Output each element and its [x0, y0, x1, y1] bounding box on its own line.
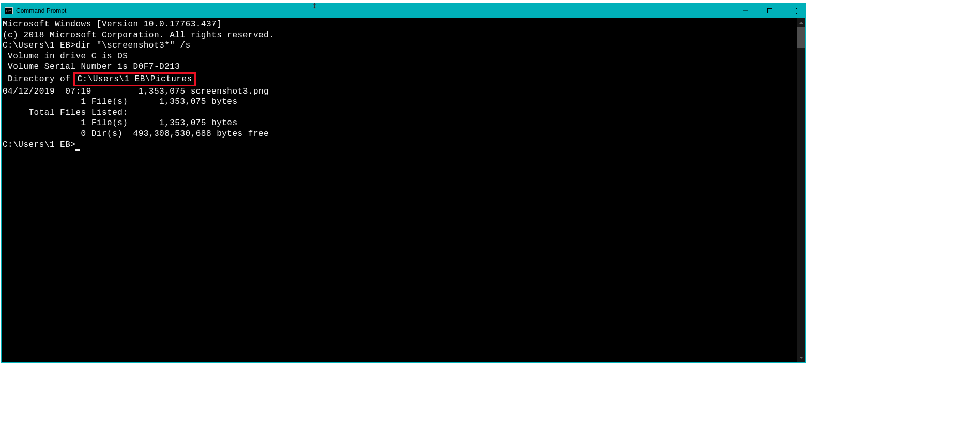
- scrollbar-track[interactable]: [797, 27, 805, 353]
- svg-rect-1: [768, 9, 772, 13]
- terminal-output[interactable]: Microsoft Windows [Version 10.0.17763.43…: [2, 18, 797, 362]
- highlighted-path-annotation: C:\Users\1 EB\Pictures: [73, 72, 195, 86]
- command-line: C:\Users\1 EB>dir "\screenshot3*" /s: [3, 40, 797, 51]
- text-cursor: [75, 149, 80, 151]
- output-line: Microsoft Windows [Version 10.0.17763.43…: [3, 19, 797, 30]
- total-files: 1 File(s) 1,353,075 bytes: [3, 118, 797, 129]
- directory-prefix: Directory of: [3, 74, 75, 84]
- file-row: 04/12/2019 07:19 1,353,075 screenshot3.p…: [3, 86, 797, 97]
- file-summary: 1 File(s) 1,353,075 bytes: [3, 97, 797, 108]
- output-line: (c) 2018 Microsoft Corporation. All righ…: [3, 30, 797, 41]
- minimize-button[interactable]: [734, 4, 758, 18]
- vertical-scrollbar[interactable]: [797, 18, 805, 362]
- directory-line: Directory of C:\Users\1 EB\Pictures: [3, 72, 797, 86]
- window-controls: [734, 4, 805, 18]
- output-line: Volume Serial Number is D0F7-D213: [3, 62, 797, 72]
- svg-marker-4: [799, 22, 803, 24]
- maximize-button[interactable]: [758, 4, 782, 18]
- total-dirs: 0 Dir(s) 493,308,530,688 bytes free: [3, 129, 797, 140]
- resize-cursor-icon: ↕: [312, 1, 317, 10]
- scroll-down-arrow-icon[interactable]: [797, 353, 805, 362]
- terminal-area: Microsoft Windows [Version 10.0.17763.43…: [2, 18, 805, 362]
- output-line: Volume in drive C is OS: [3, 51, 797, 62]
- prompt-text: C:\Users\1 EB>: [3, 140, 75, 149]
- close-button[interactable]: [782, 4, 805, 18]
- svg-marker-5: [799, 357, 803, 359]
- cmd-app-icon: C:\: [5, 7, 13, 14]
- window-title: Command Prompt: [16, 7, 66, 14]
- total-header: Total Files Listed:: [3, 108, 797, 118]
- titlebar[interactable]: ↕ C:\ Command Prompt: [2, 4, 805, 18]
- command-prompt-window: ↕ C:\ Command Prompt Microsoft Windows […: [1, 3, 806, 363]
- scrollbar-thumb[interactable]: [797, 27, 805, 48]
- prompt-line: C:\Users\1 EB>: [3, 140, 797, 150]
- scroll-up-arrow-icon[interactable]: [797, 18, 805, 27]
